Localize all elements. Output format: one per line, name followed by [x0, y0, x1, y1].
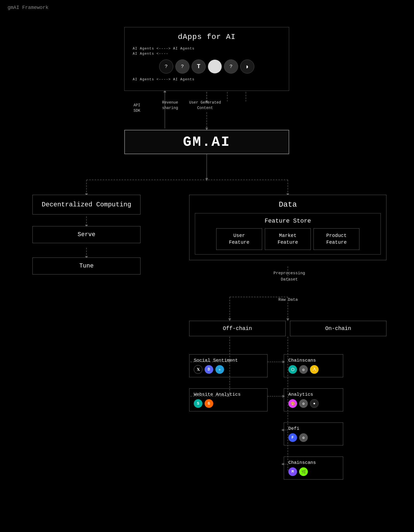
feature-items-row: UserFeature MarketFeature ProductFeature [199, 228, 376, 250]
dapp-icon-tau: Τ [192, 60, 206, 74]
data-outer-box: Data Feature Store UserFeature MarketFea… [189, 195, 386, 260]
dapp-icons-row: ? ? Τ ? ◗ [133, 60, 281, 74]
chainscans-1-title: Chainscans [288, 358, 339, 363]
feature-store-box: Feature Store UserFeature MarketFeature … [195, 213, 381, 255]
telegram-icon: ✈ [215, 365, 224, 374]
market-feature-item: MarketFeature [265, 228, 311, 250]
shopify-icon: S [194, 399, 202, 408]
twitter-icon: 𝕏 [194, 365, 202, 374]
chainscans-icon-1: ⬡ [288, 365, 297, 374]
raw-data-label: Raw Data [278, 298, 298, 302]
offchain-box: Off-chain [189, 321, 286, 336]
analytics-icon-3: ● [310, 399, 319, 408]
label-api-sdk: APISDK [133, 103, 140, 113]
chainscans-card-1: Chainscans ⬡ ◎ 🍌 [284, 354, 343, 377]
dapps-box: dApps for AI AI Agents <----> AI Agents … [124, 27, 289, 91]
dapp-icon-1: ? [159, 60, 173, 74]
user-feature-item: UserFeature [216, 228, 262, 250]
defi-icons-row: F ⚙ [288, 433, 339, 442]
tune-box: Tune [32, 257, 141, 275]
agents-row-3: AI Agents <----> AI Agents [133, 77, 281, 81]
tune-label: Tune [79, 263, 94, 269]
website-analytics-card: Website Analytics S G [189, 388, 268, 411]
defi-card-title: Defi [288, 426, 339, 431]
chainscans-2-icon-1: M [288, 467, 297, 476]
dapps-title: dApps for AI [133, 33, 281, 41]
analytics-card-title: Analytics [288, 392, 339, 397]
dapp-icon-2: ? [175, 60, 189, 74]
label-user-generated-content: User GeneratedContent [189, 100, 221, 111]
dapp-icon-5: ◗ [240, 60, 254, 74]
chainscans-2-icon-2: 🌿 [299, 467, 308, 476]
onchain-box: On-chain [290, 321, 386, 336]
label-revenue-sharing: Revenuesharing [162, 100, 178, 111]
chainscans-card-2: Chainscans M 🌿 [284, 457, 343, 480]
serve-label: Serve [78, 231, 95, 238]
serve-box: Serve [32, 226, 141, 243]
diagram-container: gmAI Framework [0, 0, 414, 532]
chainscans-2-title: Chainscans [288, 460, 339, 465]
decentralized-computing-label: Decentralized Computing [42, 201, 131, 208]
data-title: Data [195, 200, 381, 209]
preprocessing-label: PreprocessingDataset [273, 270, 305, 283]
analytics-icon-1: 🎨 [288, 399, 297, 408]
product-feature-item: ProductFeature [313, 228, 359, 250]
social-icons-row: 𝕏 D ✈ [194, 365, 263, 374]
chain-row: Off-chain On-chain [189, 321, 386, 336]
agents-row-2: AI Agents <---- [133, 52, 281, 56]
chainscans-2-icons: M 🌿 [288, 467, 339, 476]
agents-row-1: AI Agents <----> AI Agents [133, 47, 281, 51]
gmai-logo: GM.AI [183, 134, 231, 150]
framework-label: gmAI Framework [8, 5, 48, 10]
social-sentiment-title: Social Sentiment [194, 358, 263, 363]
decentralized-computing-box: Decentralized Computing [32, 195, 141, 214]
discord-icon: D [205, 365, 213, 374]
chainscans-icon-2: ◎ [299, 365, 308, 374]
defi-card: Defi F ⚙ [284, 422, 343, 445]
chainscans-icon-3: 🍌 [310, 365, 319, 374]
chainscans-1-icons: ⬡ ◎ 🍌 [288, 365, 339, 374]
website-analytics-title: Website Analytics [194, 392, 263, 397]
defi-icon-1: F [288, 433, 297, 442]
social-sentiment-card: Social Sentiment 𝕏 D ✈ [189, 354, 268, 377]
analytics-card: Analytics 🎨 ⚙ ● [284, 388, 343, 411]
dapp-icon-3 [208, 60, 222, 74]
feature-store-title: Feature Store [199, 218, 376, 224]
analytics-icons-row: 🎨 ⚙ ● [288, 399, 339, 408]
svg-marker-10 [205, 178, 208, 181]
defi-icon-2: ⚙ [299, 433, 308, 442]
website-icons-row: S G [194, 399, 263, 408]
dapp-icon-4: ? [224, 60, 238, 74]
ga-icon: G [205, 399, 213, 408]
analytics-icon-2: ⚙ [299, 399, 308, 408]
gmai-box: GM.AI [124, 130, 289, 154]
